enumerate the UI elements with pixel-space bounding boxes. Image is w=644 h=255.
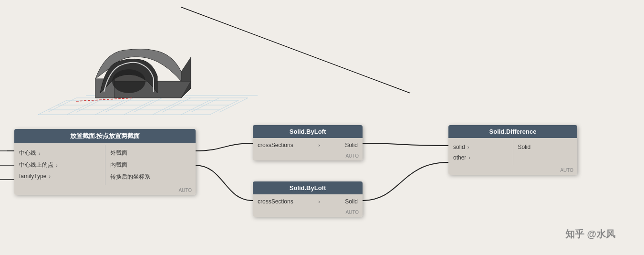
svg-line-5 <box>67 100 95 115</box>
port-label: solid <box>453 144 465 150</box>
right-node-body: solid › other › Solid <box>448 138 577 167</box>
port-label: other <box>453 154 466 161</box>
mid-bottom-node-header: Solid.ByLoft <box>253 181 363 194</box>
port-label: 中心线 <box>19 149 36 157</box>
svg-line-9 <box>181 100 210 115</box>
port-arrow-icon: › <box>318 142 320 148</box>
right-node: Solid.Difference solid › other › Solid <box>448 125 577 175</box>
mid-top-node-footer: AUTO <box>253 152 363 160</box>
left-node-outputs: 外截面 内截面 转换后的坐标系 <box>105 145 196 185</box>
preview-area <box>38 5 267 124</box>
list-item: 外截面 <box>105 147 196 159</box>
mid-bottom-node: Solid.ByLoft crossSections › Solid AUTO <box>253 181 363 217</box>
svg-point-22 <box>112 69 145 93</box>
port-label: 外截面 <box>110 149 127 157</box>
left-node-body: 中心线 › 中心线上的点 › familyType › 外截面 <box>14 143 196 187</box>
left-node: 放置截面.按点放置两截面 中心线 › 中心线上的点 › familyType › <box>14 129 196 195</box>
port-label: Solid <box>345 142 358 149</box>
port-arrow-icon: › <box>49 173 51 179</box>
svg-line-25 <box>76 98 134 101</box>
port-label: crossSections <box>258 142 293 149</box>
list-item: familyType › <box>14 171 105 181</box>
list-item: 中心线上的点 › <box>14 159 105 171</box>
right-node-columns: solid › other › Solid <box>448 140 577 165</box>
right-node-footer: AUTO <box>448 167 577 175</box>
svg-line-7 <box>124 100 153 115</box>
port-label: Solid <box>518 144 531 150</box>
list-item: solid › <box>448 142 513 152</box>
left-node-columns: 中心线 › 中心线上的点 › familyType › 外截面 <box>14 145 196 185</box>
port-label: familyType <box>19 173 46 180</box>
port-label: 转换后的坐标系 <box>110 173 150 181</box>
mid-bottom-node-footer: AUTO <box>253 209 363 217</box>
mid-top-node-header: Solid.ByLoft <box>253 125 363 138</box>
port-arrow-icon: › <box>318 199 320 204</box>
list-item: 转换后的坐标系 <box>105 171 196 183</box>
list-item: other › <box>448 152 513 163</box>
list-item: crossSections › Solid <box>253 140 363 150</box>
right-node-inputs: solid › other › <box>448 140 513 165</box>
port-label: 中心线上的点 <box>19 161 53 169</box>
watermark: 知乎 @水风 <box>565 228 615 241</box>
mid-top-node-body: crossSections › Solid <box>253 138 363 152</box>
port-arrow-icon: › <box>56 162 58 168</box>
canvas: 放置截面.按点放置两截面 中心线 › 中心线上的点 › familyType › <box>0 0 644 255</box>
right-node-header: Solid.Difference <box>448 125 577 138</box>
svg-marker-23 <box>181 57 191 81</box>
port-arrow-icon: › <box>39 150 41 156</box>
svg-line-4 <box>38 100 67 115</box>
mid-bottom-node-body: crossSections › Solid <box>253 194 363 209</box>
left-node-header: 放置截面.按点放置两截面 <box>14 129 196 143</box>
mid-top-node: Solid.ByLoft crossSections › Solid AUTO <box>253 125 363 160</box>
port-arrow-icon: › <box>468 155 470 160</box>
left-node-inputs: 中心线 › 中心线上的点 › familyType › <box>14 145 105 185</box>
port-label: Solid <box>345 198 358 205</box>
list-item: 内截面 <box>105 159 196 171</box>
port-arrow-icon: › <box>467 144 469 150</box>
svg-line-6 <box>95 100 124 115</box>
port-label: crossSections <box>258 198 293 205</box>
list-item: 中心线 › <box>14 147 105 159</box>
svg-line-10 <box>210 100 239 115</box>
list-item: crossSections › Solid <box>253 196 363 207</box>
left-node-footer: AUTO <box>14 187 196 195</box>
svg-line-8 <box>153 100 181 115</box>
list-item: Solid <box>513 142 578 152</box>
right-node-outputs: Solid <box>513 140 578 165</box>
port-label: 内截面 <box>110 161 127 169</box>
